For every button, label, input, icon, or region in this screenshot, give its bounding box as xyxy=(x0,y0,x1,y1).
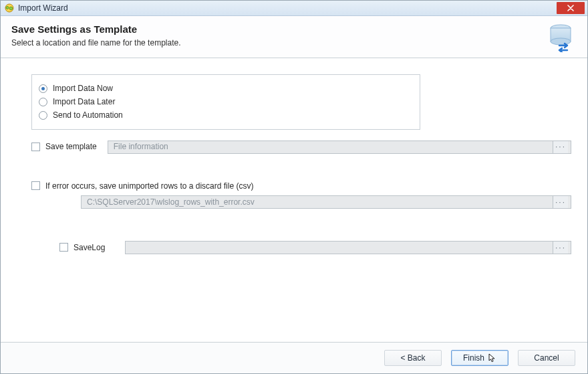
finish-button-label: Finish xyxy=(463,353,484,363)
save-template-checkbox[interactable] xyxy=(31,143,40,151)
page-subtitle: Select a location and file name for the … xyxy=(11,37,539,48)
back-button-label: < Back xyxy=(400,353,425,363)
wizard-header: Save Settings as Template Select a locat… xyxy=(1,16,587,58)
savelog-row: SaveLog ··· xyxy=(59,241,571,254)
radio-import-later[interactable] xyxy=(39,98,47,106)
close-icon xyxy=(567,5,574,11)
ellipsis-icon: ··· xyxy=(555,141,566,152)
header-text: Save Settings as Template Select a locat… xyxy=(11,23,539,48)
discard-label: If error occurs, save unimported rows to… xyxy=(45,181,253,191)
savelog-label: SaveLog xyxy=(74,242,105,253)
ellipsis-icon: ··· xyxy=(555,197,566,207)
cursor-icon xyxy=(488,353,496,363)
discard-path-row: C:\SQLServer2017\wlslog_rows_with_error.… xyxy=(81,195,571,209)
import-options-group: Import Data Now Import Data Later Send t… xyxy=(31,74,420,130)
option-label: Import Data Later xyxy=(53,96,115,107)
svg-point-1 xyxy=(6,7,9,9)
savelog-path-field[interactable]: ··· xyxy=(125,241,571,254)
wizard-footer: < Back Finish Cancel xyxy=(1,342,587,373)
radio-send-automation[interactable] xyxy=(39,111,47,120)
save-template-label: Save template xyxy=(45,141,97,152)
cancel-button-label: Cancel xyxy=(534,353,559,363)
option-send-automation[interactable]: Send to Automation xyxy=(39,110,413,120)
back-button[interactable]: < Back xyxy=(384,350,442,366)
save-template-placeholder: File information xyxy=(114,141,168,152)
discard-path-field[interactable]: C:\SQLServer2017\wlslog_rows_with_error.… xyxy=(81,195,571,209)
option-import-later[interactable]: Import Data Later xyxy=(39,96,413,107)
wizard-content: Import Data Now Import Data Later Send t… xyxy=(1,58,587,342)
ellipsis-icon: ··· xyxy=(555,242,566,253)
option-label: Import Data Now xyxy=(53,83,113,94)
window-title: Import Wizard xyxy=(18,3,68,13)
cancel-button[interactable]: Cancel xyxy=(518,350,575,366)
option-label: Send to Automation xyxy=(53,110,123,120)
discard-path-value: C:\SQLServer2017\wlslog_rows_with_error.… xyxy=(87,197,255,207)
header-glyph xyxy=(547,23,577,52)
radio-import-now[interactable] xyxy=(39,84,47,93)
page-title: Save Settings as Template xyxy=(11,23,539,36)
browse-button[interactable]: ··· xyxy=(553,242,568,254)
close-button[interactable] xyxy=(557,2,585,14)
option-import-now[interactable]: Import Data Now xyxy=(39,83,413,94)
savelog-checkbox[interactable] xyxy=(59,243,68,252)
browse-button[interactable]: ··· xyxy=(553,196,568,208)
discard-checkbox[interactable] xyxy=(31,181,40,190)
save-template-row: Save template File information ··· xyxy=(31,141,571,154)
discard-row: If error occurs, save unimported rows to… xyxy=(31,181,571,191)
browse-button[interactable]: ··· xyxy=(553,141,568,153)
svg-point-2 xyxy=(9,7,13,10)
titlebar: Import Wizard xyxy=(1,1,587,16)
app-icon xyxy=(5,3,14,13)
save-template-path-field[interactable]: File information ··· xyxy=(108,141,571,154)
finish-button[interactable]: Finish xyxy=(451,350,508,366)
svg-point-5 xyxy=(551,38,571,45)
